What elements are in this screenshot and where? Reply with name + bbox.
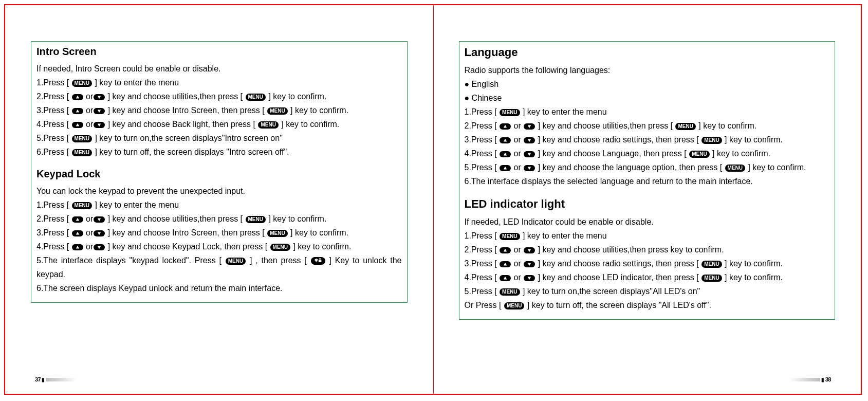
menu-key-icon: MENU <box>504 302 524 309</box>
section-title: Intro Screen <box>36 46 402 58</box>
section-title: LED indicator light <box>465 197 830 211</box>
down-arrow-key-icon <box>94 122 105 128</box>
svg-marker-0 <box>76 96 79 99</box>
up-arrow-key-icon <box>500 137 511 143</box>
svg-marker-23 <box>528 249 531 252</box>
down-arrow-key-icon <box>524 261 535 267</box>
down-arrow-key-icon <box>94 230 105 236</box>
instruction-line: 1.Press [ MENU ] key to enter the menu <box>36 198 402 212</box>
page-number-right: ▮38 <box>789 376 831 382</box>
menu-key-icon: MENU <box>500 233 520 240</box>
svg-marker-8 <box>76 232 79 235</box>
down-arrow-key-icon <box>524 165 535 171</box>
star-lock-key-icon: ✱ <box>311 257 325 265</box>
svg-marker-26 <box>504 277 507 280</box>
up-arrow-key-icon <box>500 165 511 171</box>
instruction-line: 5.Press [ MENU ] key to turn on,the scre… <box>36 131 402 145</box>
instruction-line: 1.Press [ MENU ] key to enter the menu <box>36 76 402 89</box>
instruction-line: 1.Press [ MENU ] key to enter the menu <box>465 229 830 243</box>
up-arrow-key-icon <box>72 216 83 223</box>
up-arrow-key-icon <box>500 261 511 267</box>
menu-key-icon: MENU <box>267 230 287 237</box>
menu-key-icon: MENU <box>72 135 92 142</box>
section-body: You can lock the keypad to prevent the u… <box>36 184 402 295</box>
instruction-line: 4.Press [ or ] key and choose Keypad Loc… <box>36 240 402 253</box>
down-arrow-key-icon <box>94 244 105 250</box>
down-arrow-key-icon <box>524 275 535 281</box>
svg-marker-24 <box>504 263 507 266</box>
svg-marker-6 <box>76 218 79 221</box>
bullet-item: ● Chinese <box>465 91 830 105</box>
pagenum-text: 38 <box>825 376 831 382</box>
section-intro: If needed, Intro Screen could be enable … <box>36 62 402 76</box>
section-body: Radio supports the following languages:●… <box>465 63 830 188</box>
section-intro: You can lock the keypad to prevent the u… <box>36 184 402 198</box>
instruction-line: 6.Press [ MENU ] key to turn off, the sc… <box>36 145 402 159</box>
up-arrow-key-icon <box>72 122 83 128</box>
menu-key-icon: MENU <box>701 261 722 268</box>
page-left: Intro ScreenIf needed, Intro Screen coul… <box>5 5 433 394</box>
svg-marker-15 <box>528 125 531 128</box>
svg-marker-7 <box>98 218 101 221</box>
instruction-line: 5.Press [ or ] key and choose the langua… <box>465 160 830 174</box>
down-arrow-key-icon <box>94 94 105 100</box>
svg-marker-19 <box>528 153 531 156</box>
svg-text:✱: ✱ <box>314 258 318 263</box>
pagenum-stripe <box>789 378 820 381</box>
page-number-left: 37▮ <box>35 376 77 382</box>
menu-key-icon: MENU <box>689 151 709 158</box>
instruction-line: Or Press [ MENU ] key to turn off, the s… <box>465 298 830 312</box>
outer-frame: Intro ScreenIf needed, Intro Screen coul… <box>4 4 862 395</box>
up-arrow-key-icon <box>500 151 511 157</box>
content-box-right: LanguageRadio supports the following lan… <box>459 41 836 320</box>
instruction-line: 2.Press [ or ] key and choose utilities,… <box>36 89 402 103</box>
up-arrow-key-icon <box>72 244 83 250</box>
menu-key-icon: MENU <box>267 107 287 115</box>
instruction-line: 3.Press [ or ] key and choose radio sett… <box>465 257 830 270</box>
section-spacer <box>465 188 830 197</box>
pagenum-bar: ▮ <box>42 377 45 382</box>
section-spacer <box>36 159 402 168</box>
svg-marker-17 <box>528 139 531 142</box>
instruction-line: 2.Press [ or ] key and choose utilities,… <box>36 212 402 226</box>
svg-marker-14 <box>504 125 507 128</box>
menu-key-icon: MENU <box>72 149 92 156</box>
menu-key-icon: MENU <box>72 80 92 87</box>
svg-marker-20 <box>504 167 507 170</box>
up-arrow-key-icon <box>72 230 83 236</box>
svg-marker-9 <box>98 232 101 235</box>
pagenum-stripe <box>46 378 77 381</box>
svg-marker-18 <box>504 153 507 156</box>
menu-key-icon: MENU <box>226 258 246 265</box>
instruction-line: 4.Press [ or ] key and choose LED indica… <box>465 270 830 284</box>
instruction-line: 1.Press [ MENU ] key to enter the menu <box>465 105 830 119</box>
bullet-item: ● English <box>465 77 830 91</box>
section-intro: If needed, LED Indicator could be enable… <box>465 215 830 229</box>
up-arrow-key-icon <box>500 123 511 130</box>
svg-marker-4 <box>76 123 79 126</box>
down-arrow-key-icon <box>524 151 535 157</box>
menu-key-icon: MENU <box>258 121 278 129</box>
menu-key-icon: MENU <box>270 244 290 251</box>
menu-key-icon: MENU <box>701 275 722 282</box>
down-arrow-key-icon <box>524 123 535 130</box>
svg-rect-13 <box>318 260 321 262</box>
pagenum-bar: ▮ <box>821 377 824 382</box>
instruction-line: 3.Press [ or ] key and choose Intro Scre… <box>36 103 402 117</box>
up-arrow-key-icon <box>500 275 511 281</box>
instruction-line: 3.Press [ or ] key and choose Intro Scre… <box>36 226 402 240</box>
down-arrow-key-icon <box>94 216 105 223</box>
svg-marker-2 <box>76 110 79 113</box>
instruction-line: 5.Press [ MENU ] key to turn on,the scre… <box>465 284 830 298</box>
svg-marker-25 <box>528 263 531 266</box>
instruction-line: 4.Press [ or ] key and choose Language, … <box>465 147 830 160</box>
section-title: Language <box>465 46 830 59</box>
svg-marker-16 <box>504 139 507 142</box>
menu-key-icon: MENU <box>500 109 520 116</box>
section-title: Keypad Lock <box>36 168 402 180</box>
instruction-line: 5.The interface displays "keypad locked"… <box>36 253 402 281</box>
section-body: If needed, LED Indicator could be enable… <box>465 215 830 312</box>
svg-marker-5 <box>98 123 101 126</box>
up-arrow-key-icon <box>500 247 511 253</box>
instruction-line: 6.The interface displays the selected la… <box>465 174 830 188</box>
